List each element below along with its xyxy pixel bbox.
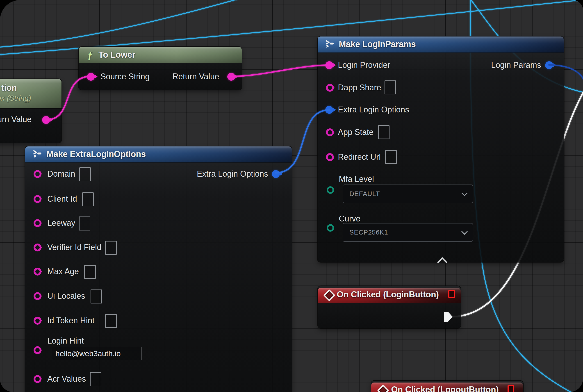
dropdown-curve[interactable]: SECP256K1 [343, 223, 473, 242]
label-app-state: App State [338, 128, 374, 137]
label-extra-login-options-out: Extra Login Options [197, 169, 268, 179]
on-clicked-logout-title: On Clicked (LogoutButton) [391, 385, 499, 392]
pin-ui-locales[interactable] [34, 292, 42, 300]
collapse-node-chevron[interactable] [437, 257, 447, 267]
pin-acr-values[interactable] [34, 375, 42, 383]
node-to-lower[interactable]: ƒ To Lower Source String Return Value [78, 47, 242, 90]
blueprint-editor: tion ox (String) eturn Value ƒ To Lower … [0, 0, 583, 392]
chevron-down-icon [461, 190, 468, 196]
label-mfa-level: Mfa Level [339, 174, 374, 184]
pin-login-provider[interactable] [325, 61, 333, 69]
pin-max-age[interactable] [34, 268, 42, 276]
node-make-login-params[interactable]: Make LoginParams Login Provider Dapp Sha… [318, 36, 564, 262]
pin-verifier-id-field[interactable] [34, 244, 42, 252]
pin-curve[interactable] [327, 224, 334, 232]
node-make-extra-login-options[interactable]: Make ExtraLoginOptions Domain Client Id … [25, 146, 292, 392]
pin-app-state[interactable] [326, 128, 334, 136]
label-login-provider: Login Provider [338, 60, 390, 70]
label-client-id: Client Id [47, 194, 77, 204]
label-login-hint: Login Hint [47, 336, 84, 346]
label-verifier-id-field: Verifier Id Field [47, 243, 101, 252]
value-redirect-url[interactable] [385, 150, 397, 164]
partial-output-label: eturn Value [0, 115, 32, 124]
label-leeway: Leeway [47, 218, 75, 228]
make-struct-icon [324, 39, 335, 49]
pin-dapp-share[interactable] [326, 84, 334, 92]
label-id-token-hint: Id Token Hint [47, 316, 94, 325]
value-client-id[interactable] [82, 192, 94, 206]
label-max-age: Max Age [47, 267, 79, 276]
input-login-hint[interactable]: hello@web3auth.io [52, 347, 142, 360]
value-verifier-id-field[interactable] [105, 241, 117, 255]
make-login-params-title: Make LoginParams [339, 40, 416, 49]
value-dapp-share[interactable] [384, 80, 396, 94]
wire-string-2[interactable] [231, 65, 329, 76]
delegate-pin[interactable] [448, 290, 455, 298]
pin-login-params-out[interactable] [545, 61, 553, 69]
node-on-clicked-logout-button[interactable]: On Clicked (LogoutButton) [371, 381, 523, 392]
to-lower-input-label: Source String [100, 72, 150, 81]
label-extra-login-options-in: Extra Login Options [338, 105, 409, 114]
to-lower-input-pin[interactable] [87, 73, 95, 81]
pin-leeway[interactable] [34, 219, 42, 227]
pin-extra-login-options-in[interactable] [325, 106, 333, 114]
on-clicked-login-title: On Clicked (LoginButton) [337, 290, 439, 300]
exec-output-pin[interactable] [444, 311, 453, 322]
to-lower-title: To Lower [98, 50, 136, 60]
delegate-pin[interactable] [508, 385, 514, 392]
label-acr-values: Acr Values [47, 374, 86, 384]
function-icon: ƒ [88, 49, 92, 60]
partial-node-title: tion [1, 83, 17, 93]
partial-output-pin[interactable] [42, 116, 50, 124]
value-ui-locales[interactable] [90, 290, 102, 304]
make-struct-icon [32, 149, 42, 159]
value-id-token-hint[interactable] [105, 314, 117, 328]
pin-id-token-hint[interactable] [34, 317, 42, 325]
value-app-state[interactable] [378, 125, 390, 139]
chevron-down-icon [461, 228, 468, 234]
pin-client-id[interactable] [34, 195, 42, 203]
label-curve: Curve [339, 214, 360, 224]
node-partial-function[interactable]: tion ox (String) eturn Value [0, 79, 62, 142]
dropdown-mfa-level[interactable]: DEFAULT [343, 184, 473, 203]
mfa-level-value: DEFAULT [343, 190, 380, 198]
value-max-age[interactable] [84, 265, 96, 279]
label-dapp-share: Dapp Share [338, 83, 381, 92]
pin-redirect-url[interactable] [326, 153, 334, 161]
pin-extra-login-options-out[interactable] [272, 170, 280, 178]
value-domain[interactable] [79, 168, 91, 181]
pin-mfa-level[interactable] [327, 186, 334, 194]
label-domain: Domain [47, 169, 75, 179]
pin-domain[interactable] [34, 170, 42, 178]
make-extra-login-options-title: Make ExtraLoginOptions [46, 149, 146, 159]
label-ui-locales: Ui Locales [47, 291, 85, 301]
curve-value: SECP256K1 [343, 229, 388, 236]
node-on-clicked-login-button[interactable]: On Clicked (LoginButton) [318, 286, 461, 328]
partial-node-subtitle: ox (String) [0, 94, 31, 102]
label-redirect-url: Redirect Url [338, 152, 381, 162]
blueprint-graph-canvas[interactable]: tion ox (String) eturn Value ƒ To Lower … [0, 0, 583, 392]
to-lower-output-pin[interactable] [227, 73, 235, 81]
value-acr-values[interactable] [90, 372, 101, 386]
to-lower-output-label: Return Value [172, 72, 219, 81]
login-hint-value: hello@web3auth.io [56, 349, 121, 358]
value-leeway[interactable] [79, 216, 90, 230]
wire-cyan-1[interactable] [0, 0, 247, 47]
pin-login-hint[interactable] [34, 346, 42, 354]
label-login-params-out: Login Params [491, 60, 541, 70]
